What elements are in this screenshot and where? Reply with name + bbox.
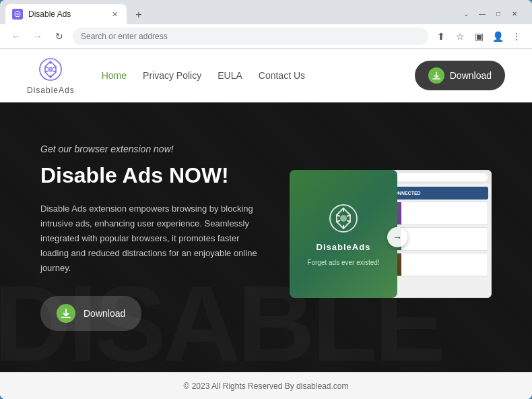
website-content: DisableAds Home Privacy Policy EULA Cont… [0,49,532,399]
nav-download-button[interactable]: Download [415,61,505,90]
hero-left-content: Get our browser extension now! Disable A… [40,144,269,332]
back-button[interactable]: ← [8,28,24,44]
extension-preview-card: DisableAds Forget ads ever existed! [290,170,397,298]
nav-eula[interactable]: EULA [218,70,242,81]
nav-home[interactable]: Home [102,70,127,81]
footer-copyright: © 2023 All Rights Reserved By disablead.… [184,381,349,391]
forward-button[interactable]: → [30,28,46,44]
logo-area: DisableAds [27,56,75,95]
nav-contact[interactable]: Contact Us [259,70,305,81]
hero-section: DISABLE Get our browser extension now! D… [0,102,532,372]
arrow-icon: → [387,227,407,247]
tab-bar: Disable Ads ✕ + ⌄ — □ ✕ [0,0,532,24]
close-button[interactable]: ✕ [508,7,521,20]
nav-privacy[interactable]: Privacy Policy [143,70,201,81]
hero-title: Disable Ads NOW! [40,162,269,188]
bookmark-icon[interactable]: ☆ [453,29,467,44]
reload-button[interactable]: ↻ [51,28,67,44]
profile-icon[interactable]: 👤 [490,29,505,44]
maximize-button[interactable]: □ [492,7,505,20]
site-navigation: DisableAds Home Privacy Policy EULA Cont… [0,49,532,102]
bp-card-text-1 [401,202,408,224]
hero-description: Disable Ads extension empowers browsing … [40,202,269,276]
nav-download-label: Download [450,70,492,81]
ext-tagline-text: Forget ads ever existed! [307,259,379,266]
minimize-button[interactable]: — [475,7,489,20]
tab-title: Disable Ads [28,9,71,19]
bp-card-text-3 [401,253,408,276]
svg-point-3 [48,67,53,72]
browser-frame: Disable Ads ✕ + ⌄ — □ ✕ ← → ↻ ⬆ ☆ ▣ 👤 ⋮ [0,0,532,399]
hero-download-button[interactable]: Download [40,296,141,331]
toolbar-icons: ⬆ ☆ ▣ 👤 ⋮ [434,29,524,44]
nav-links: Home Privacy Policy EULA Contact Us [102,70,415,81]
bp-url-bar [395,173,488,181]
hero-download-icon [57,304,75,323]
ext-name-text: DisableAds [317,242,371,252]
ext-logo-icon [327,202,360,235]
tab-close-btn[interactable]: ✕ [109,9,120,20]
menu-icon[interactable]: ⋮ [509,29,524,44]
sidebar-icon[interactable]: ▣ [471,29,486,44]
hero-download-label: Download [84,308,125,319]
chevron-btn[interactable]: ⌄ [459,7,473,20]
svg-point-12 [340,215,347,222]
tab-favicon [12,9,23,20]
site-footer: © 2023 All Rights Reserved By disablead.… [0,372,532,399]
share-icon[interactable]: ⬆ [434,29,448,44]
active-tab[interactable]: Disable Ads ✕ [5,4,127,24]
window-controls: ⌄ — □ ✕ [459,7,527,24]
logo-icon [37,56,64,83]
logo-text: DisableAds [27,86,75,95]
address-bar: ← → ↻ ⬆ ☆ ▣ 👤 ⋮ [0,24,532,49]
hero-right-preview: DisableAds Forget ads ever existed! → ST… [290,170,492,305]
hero-subtitle: Get our browser extension now! [40,144,269,154]
nav-download-icon [428,67,444,84]
address-input[interactable] [73,28,428,45]
new-tab-button[interactable]: + [129,5,148,24]
